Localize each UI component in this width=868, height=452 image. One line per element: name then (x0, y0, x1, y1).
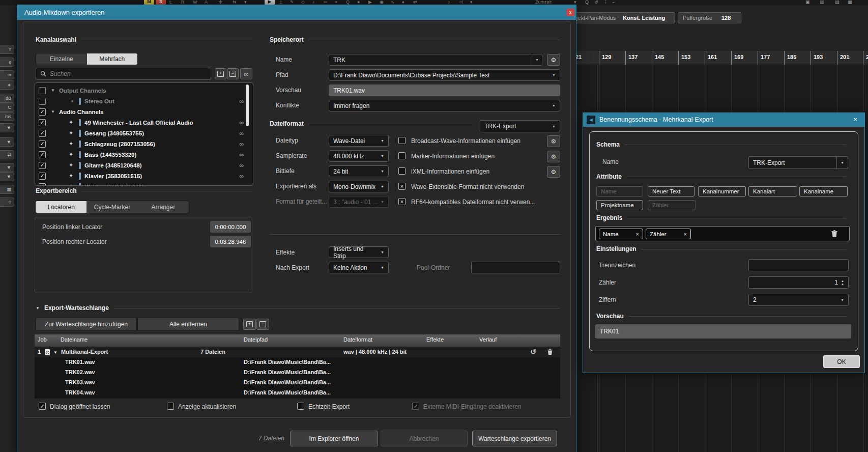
toolbar-icon[interactable]: ▣ (805, 0, 810, 5)
counter-stepper[interactable]: 1 ▲ ▼ (748, 276, 849, 289)
checkbox[interactable] (297, 403, 304, 410)
tab-arranger[interactable]: Arranger (138, 201, 189, 213)
cancel-button[interactable]: Abbrechen (381, 431, 468, 446)
tab-cycle-marker[interactable]: Cycle-Marker (86, 201, 137, 213)
left-zone-icon[interactable]: C (0, 103, 14, 112)
column-header[interactable]: Verlauf (479, 336, 497, 343)
pan-mode-chip[interactable]: ojekt-Pan-Modus Konst. Leistung (568, 12, 675, 23)
left-zone-icon[interactable]: ○ (0, 197, 14, 207)
digits-dropdown[interactable]: 2 ▼ (748, 294, 849, 306)
collapse-arrow-icon[interactable]: ▼ (51, 109, 55, 114)
arrow-down-icon[interactable]: ▼ (841, 283, 844, 286)
open-in-explorer-button[interactable]: Im Explorer öffnen (290, 431, 378, 446)
format-dropdown[interactable]: Wave-Datei▼ (329, 135, 389, 147)
format-dropdown[interactable]: 24 bit▼ (329, 165, 389, 177)
checkbox[interactable] (39, 98, 46, 105)
channel-row[interactable]: ✓✦Gitarre (3485120648)∞ (39, 160, 244, 171)
queue-file-row[interactable]: TRK02.wavD:\Frank Diawo\Music\Band\Ba... (35, 368, 560, 378)
remove-all-button[interactable]: Alle entfernen (137, 318, 239, 331)
expand-all-button[interactable]: + (215, 68, 226, 79)
locator-value[interactable]: 0:03:28.946 (210, 236, 251, 247)
channel-row[interactable]: ⇥Stereo Out∞ (39, 96, 244, 106)
checkbox[interactable]: × (398, 183, 406, 190)
timeline-ruler[interactable]: 211291371451531611691771851932012 (575, 51, 868, 65)
toolbar-icon[interactable]: ⋮ (603, 0, 608, 5)
chevron-down-icon[interactable]: ▼ (837, 156, 848, 169)
trash-icon[interactable] (830, 230, 838, 238)
export-queue-button[interactable]: Warteschlange exportieren (472, 431, 557, 446)
left-zone-icon[interactable]: ⇄ (0, 150, 14, 159)
scrollbar-thumb[interactable] (246, 84, 249, 126)
gear-icon[interactable]: ⚙ (547, 151, 560, 162)
gear-icon[interactable]: ⚙ (547, 135, 560, 147)
attribute-chip[interactable]: Kanalart (748, 186, 797, 196)
result-token[interactable]: Name× (599, 229, 643, 239)
close-icon[interactable]: × (851, 115, 859, 123)
column-header[interactable]: Dateiformat (343, 336, 372, 343)
checkbox[interactable] (167, 403, 174, 410)
checkbox[interactable]: ✓ (39, 173, 46, 180)
tab-locatoren[interactable]: Locatoren (36, 201, 86, 213)
left-zone-icon[interactable]: ▼ (0, 163, 14, 172)
queue-group-row[interactable]: 1▼Multikanal-Export7 Dateienwav | 48.000… (35, 347, 560, 357)
dialog-titlebar[interactable]: Audio-Mixdown exportieren x (17, 5, 576, 20)
tab-einzelne[interactable]: Einzelne (36, 53, 87, 65)
export-queue-table[interactable]: JobDateinameDateipfadDateiformatEffekteV… (35, 334, 560, 399)
toolbar-icon[interactable]: ⌐ (613, 0, 615, 5)
checkbox[interactable]: × (398, 198, 406, 205)
pool-folder-input[interactable] (471, 262, 560, 273)
checkbox[interactable]: ✓ (39, 130, 46, 137)
channel-row[interactable]: ✓✦49 Winchester - Last Call Official Aud… (39, 117, 244, 128)
column-header[interactable]: Effekte (426, 336, 444, 343)
queue-file-row[interactable]: TRK03.wavD:\Frank Diawo\Music\Band\Ba... (35, 378, 560, 388)
left-zone-icon[interactable]: ∗ (0, 80, 14, 90)
dialog-titlebar[interactable]: ◀ Benennungsschema - Mehrkanal-Export × (583, 113, 864, 127)
checkbox[interactable]: ✓ (39, 183, 46, 186)
toolbar-icon[interactable]: ▦ (848, 0, 852, 5)
trash-icon[interactable] (546, 348, 554, 356)
chevron-down-icon[interactable]: ▼ (532, 54, 542, 66)
queue-file-row[interactable]: TRK04.wavD:\Frank Diawo\Music\Band\Ba... (35, 388, 560, 398)
close-icon[interactable]: x (566, 9, 574, 16)
attribute-chip[interactable]: Kanalname (799, 186, 848, 196)
left-zone-icon[interactable]: e (0, 58, 14, 67)
collapse-arrow-icon[interactable]: ▼ (51, 88, 55, 93)
toolbar-icon[interactable]: ▥ (820, 0, 824, 5)
checkbox[interactable]: ✓ (39, 403, 46, 410)
remove-token-icon[interactable]: × (677, 231, 687, 237)
channel-row[interactable]: ✓✦Schlagzeug (2807153056)∞ (39, 138, 244, 149)
channel-list[interactable]: ▼Output Channels⇥Stereo Out∞✓▼Audio Chan… (35, 82, 253, 186)
link-channels-button[interactable]: ∞ (240, 68, 252, 79)
left-zone-icon[interactable]: ▼ (0, 123, 14, 132)
collapse-arrow-icon[interactable]: ▼ (36, 306, 40, 310)
channel-row[interactable]: ✓✦Klavier (3583051515)∞ (39, 171, 244, 181)
undo-icon[interactable]: ↺ (530, 348, 536, 356)
checkbox[interactable] (39, 87, 46, 94)
column-header[interactable]: Dateiname (61, 336, 88, 343)
left-zone-icon[interactable]: ms (0, 112, 14, 121)
checkbox[interactable]: ✓ (39, 162, 46, 169)
toolbar-icon[interactable]: ↺ (594, 0, 598, 5)
attribute-chip[interactable]: Neuer Text (648, 186, 695, 196)
back-icon[interactable]: ◀ (587, 116, 595, 124)
checkbox[interactable] (398, 152, 406, 159)
attribute-chip[interactable]: Kanalnummer (698, 186, 746, 196)
collapse-all-button[interactable]: − (227, 68, 239, 79)
field-dropdown[interactable]: D:\Frank Diawo\Documents\Cubase Projects… (329, 69, 560, 81)
format-dropdown[interactable]: Mono-Downmix▼ (329, 181, 389, 192)
remove-token-icon[interactable]: × (629, 231, 639, 237)
attribute-chip[interactable]: Projektname (596, 200, 643, 210)
stepper-arrows[interactable]: ▲ ▼ (841, 279, 844, 286)
gear-icon[interactable]: ⚙ (547, 166, 560, 178)
left-zone-icon[interactable]: ⇥ (0, 70, 14, 79)
field-dropdown[interactable]: Immer fragen▼ (329, 100, 560, 111)
separator-input[interactable] (748, 259, 849, 271)
left-zone-icon[interactable]: ▼ (0, 137, 14, 147)
result-token[interactable]: Zähler× (646, 229, 691, 239)
toolbar-icon[interactable]: Q (585, 0, 589, 5)
toolbar-icon[interactable]: ▤ (835, 0, 840, 5)
channel-row[interactable]: ✓✦Gesang (3480553755)∞ (39, 128, 244, 138)
left-zone-icon[interactable]: dB (0, 94, 14, 103)
search-input[interactable]: Suchen (36, 68, 211, 80)
collapse-queue-button[interactable]: − (256, 319, 269, 330)
